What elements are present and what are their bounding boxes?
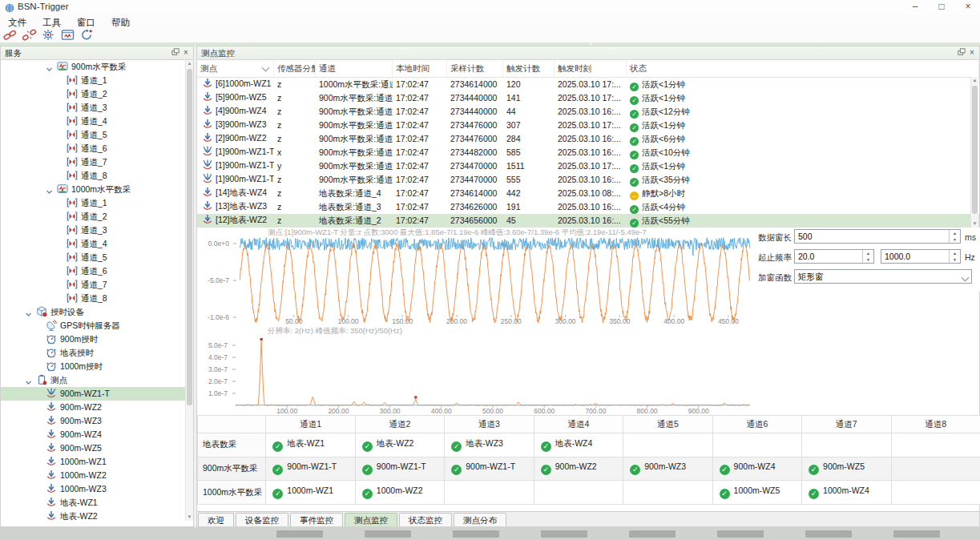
tree-item[interactable]: 1000m-WZ1 bbox=[1, 455, 193, 469]
table-row[interactable]: [4]900m-WZ4z900m水平数采:通道_617:02:472734440… bbox=[197, 105, 979, 119]
spin-down-icon[interactable]: ▼ bbox=[950, 236, 960, 243]
grid-cell[interactable]: ✓900m-WZ1-T bbox=[445, 457, 534, 481]
tree-item[interactable]: 通道_6 bbox=[1, 264, 193, 278]
refresh-icon[interactable] bbox=[77, 29, 96, 42]
tree-item[interactable]: 通道_3 bbox=[1, 224, 193, 237]
tree-item[interactable]: 通道_8 bbox=[1, 292, 193, 305]
grid-cell[interactable] bbox=[623, 481, 712, 505]
spin-up-icon[interactable]: ▲ bbox=[950, 250, 960, 256]
tree-item[interactable]: 900m-WZ1-T bbox=[1, 387, 193, 401]
grid-cell[interactable] bbox=[802, 433, 891, 457]
tree-item[interactable]: 通道_2 bbox=[1, 210, 193, 224]
grid-cell[interactable] bbox=[891, 457, 980, 481]
grid-column-header[interactable]: 通道4 bbox=[534, 416, 623, 433]
table-row[interactable]: [14]地表-WZ4z地表数采:通道_417:02:47273461400044… bbox=[197, 187, 979, 200]
tree-item[interactable]: 900m授时 bbox=[1, 332, 193, 346]
connect-icon[interactable] bbox=[0, 29, 19, 42]
close-panel-icon[interactable]: × bbox=[181, 48, 191, 58]
scroll-down-icon[interactable]: ▼ bbox=[186, 514, 193, 521]
table-row[interactable]: [1]900m-WZ1-Tx900m水平数采:通道_117:02:4727344… bbox=[197, 146, 979, 159]
tree-item[interactable]: 通道_1 bbox=[1, 196, 193, 210]
grid-cell[interactable]: ✓1000m-WZ5 bbox=[712, 481, 801, 505]
table-scrollbar[interactable]: ▲ ▼ bbox=[970, 77, 978, 228]
float-panel-icon[interactable] bbox=[957, 48, 966, 58]
column-header[interactable]: 采样计数 bbox=[447, 60, 503, 77]
column-header[interactable]: 通道 bbox=[316, 60, 393, 77]
column-header[interactable]: 状态 bbox=[627, 60, 979, 77]
taskbar-item[interactable] bbox=[717, 530, 764, 538]
tree-item[interactable]: 地表授时 bbox=[1, 346, 193, 360]
tab-active[interactable]: 测点监控 bbox=[345, 513, 397, 526]
freq-end-input[interactable]: 1000.0 ▲▼ bbox=[881, 249, 961, 264]
tree-item[interactable]: 通道_5 bbox=[1, 251, 193, 264]
tree-item[interactable]: 通道_1 bbox=[1, 74, 193, 87]
table-row[interactable]: [1]900m-WZ1-Ty900m水平数采:通道_217:02:4727344… bbox=[197, 159, 979, 173]
tree-item[interactable]: 通道_6 bbox=[1, 142, 193, 155]
tree-item[interactable]: 通道_4 bbox=[1, 115, 193, 128]
grid-cell[interactable]: ✓地表-WZ1 bbox=[266, 433, 355, 457]
spin-up-icon[interactable]: ▲ bbox=[863, 250, 873, 256]
close-button[interactable]: × bbox=[956, 0, 980, 14]
grid-cell[interactable]: ✓900m-WZ1-T bbox=[355, 457, 444, 481]
scroll-up-icon[interactable]: ▲ bbox=[186, 60, 193, 67]
spin-down-icon[interactable]: ▼ bbox=[950, 256, 960, 263]
settings-gear-icon[interactable] bbox=[38, 29, 58, 42]
tree-scrollbar[interactable]: ▲ ▼ bbox=[185, 60, 193, 521]
tree-item[interactable]: 1000m-WZ3 bbox=[1, 482, 193, 496]
table-row[interactable]: [3]900m-WZ3z900m水平数采:通道_517:02:472734476… bbox=[197, 119, 979, 132]
taskbar-item[interactable] bbox=[365, 530, 411, 538]
grid-cell[interactable] bbox=[891, 481, 980, 505]
table-row[interactable]: [1]900m-WZ1-Tz900m水平数采:通道_317:02:4727344… bbox=[197, 173, 979, 187]
taskbar-item[interactable] bbox=[805, 530, 852, 538]
grid-column-header[interactable]: 通道6 bbox=[712, 416, 801, 433]
column-header[interactable]: 测点 bbox=[197, 60, 274, 77]
grid-cell[interactable]: ✓900m-WZ4 bbox=[712, 457, 801, 481]
tab-item[interactable]: 欢迎 bbox=[198, 513, 234, 526]
grid-cell[interactable]: ✓1000m-WZ1 bbox=[266, 481, 355, 505]
grid-column-header[interactable]: 通道5 bbox=[623, 416, 712, 433]
table-row[interactable]: [12]地表-WZ2z地表数采:通道_217:02:47273465600045… bbox=[197, 214, 979, 228]
grid-cell[interactable]: ✓900m-WZ5 bbox=[802, 457, 891, 481]
tree-item[interactable]: 通道_4 bbox=[1, 237, 193, 251]
float-panel-icon[interactable] bbox=[171, 48, 180, 58]
grid-cell[interactable] bbox=[534, 481, 623, 505]
grid-column-header[interactable]: 通道7 bbox=[802, 416, 891, 433]
scroll-up-icon[interactable]: ▲ bbox=[971, 77, 978, 84]
grid-cell[interactable]: ✓地表-WZ4 bbox=[534, 433, 623, 457]
maximize-button[interactable]: □ bbox=[930, 0, 954, 14]
tree-item[interactable]: 通道_8 bbox=[1, 169, 193, 183]
sort-caret-icon[interactable] bbox=[262, 64, 270, 72]
spin-up-icon[interactable]: ▲ bbox=[950, 230, 960, 236]
window-func-dropdown[interactable]: 矩形窗 bbox=[794, 269, 972, 284]
grid-cell[interactable]: ✓1000m-WZ2 bbox=[355, 481, 444, 505]
grid-column-header[interactable]: 通道3 bbox=[445, 416, 534, 433]
taskbar-item[interactable] bbox=[453, 530, 499, 538]
grid-cell[interactable] bbox=[712, 433, 801, 457]
tree-item[interactable]: 900m-WZ4 bbox=[1, 428, 193, 441]
window-length-input[interactable]: 500 ▲▼ bbox=[794, 229, 961, 244]
column-header[interactable]: 本地时间 bbox=[393, 60, 447, 77]
spinner-buttons[interactable]: ▲▼ bbox=[862, 250, 873, 263]
spin-down-icon[interactable]: ▼ bbox=[863, 256, 873, 263]
scroll-down-icon[interactable]: ▼ bbox=[971, 220, 978, 228]
column-header[interactable]: 传感器分量 bbox=[274, 60, 316, 77]
tree-item[interactable]: 授时设备 bbox=[1, 305, 193, 319]
taskbar-item[interactable] bbox=[629, 530, 676, 538]
grid-cell[interactable] bbox=[623, 433, 712, 457]
tree-item[interactable]: 通道_7 bbox=[1, 278, 193, 292]
tab-item[interactable]: 状态监控 bbox=[399, 513, 452, 526]
scroll-thumb[interactable] bbox=[187, 69, 192, 405]
tree-item[interactable]: 测点 bbox=[1, 373, 193, 387]
tree-item[interactable]: 地表-WZ2 bbox=[1, 510, 193, 521]
close-panel-icon[interactable]: × bbox=[967, 48, 977, 58]
grid-cell[interactable]: ✓地表-WZ2 bbox=[355, 433, 444, 457]
tree-item[interactable]: 1000m-WZ2 bbox=[1, 469, 193, 482]
column-header[interactable]: 触发计数 bbox=[503, 60, 555, 77]
tree-item[interactable]: GPS时钟服务器 bbox=[1, 319, 193, 332]
tree-item[interactable]: 900m-WZ2 bbox=[1, 401, 193, 414]
table-row[interactable]: [6]1000m-WZ1z1000m水平数采:通道_117:02:4727346… bbox=[197, 78, 979, 91]
grid-cell[interactable] bbox=[891, 433, 980, 457]
table-row[interactable]: [2]900m-WZ2z900m水平数采:通道_417:02:472734476… bbox=[197, 132, 979, 146]
grid-cell[interactable]: ✓900m-WZ2 bbox=[534, 457, 623, 481]
tree-item[interactable]: 1000m授时 bbox=[1, 360, 193, 373]
